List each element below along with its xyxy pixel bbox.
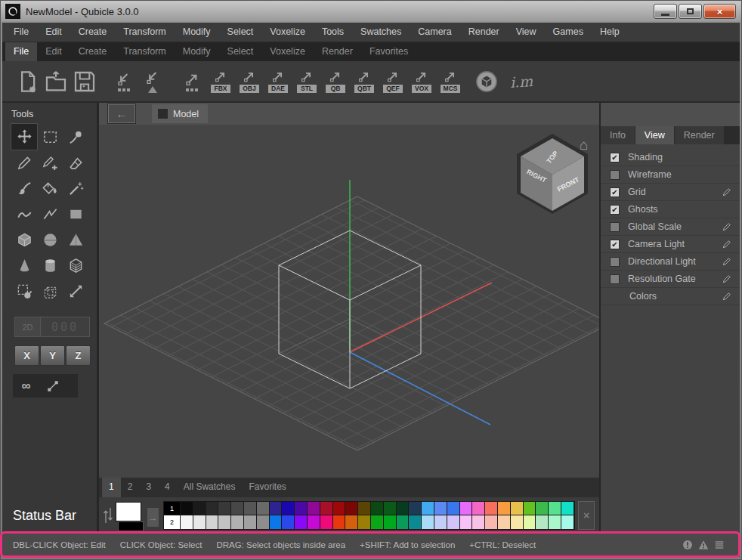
menu-select[interactable]: Select (219, 23, 262, 42)
ribbon-tab-render[interactable]: Render (314, 42, 361, 61)
swatch-cell[interactable] (218, 515, 231, 529)
export-stl-button[interactable]: STL (292, 65, 321, 98)
home-view-icon[interactable]: ⌂ (580, 137, 588, 153)
swatch-cell[interactable] (384, 515, 397, 529)
menu-games[interactable]: Games (545, 23, 592, 42)
checkbox-global-scale[interactable] (610, 222, 620, 232)
edit-pencil-icon[interactable] (722, 221, 732, 232)
swatch-cell[interactable] (218, 502, 231, 515)
swatch-cell[interactable] (181, 502, 193, 515)
open-button[interactable] (42, 65, 70, 98)
ribbon-tab-select[interactable]: Select (219, 42, 262, 61)
tool-color-picker[interactable] (63, 124, 88, 150)
swatch-cell[interactable] (485, 515, 498, 529)
ribbon-tab-create[interactable]: Create (70, 42, 116, 61)
swatch-cell[interactable] (498, 515, 511, 529)
menu-modify[interactable]: Modify (175, 23, 219, 42)
menu-camera[interactable]: Camera (410, 23, 459, 42)
swatch-tab-favorites[interactable]: Favorites (242, 478, 292, 497)
export-qef-button[interactable]: QEF (379, 65, 407, 98)
swatch-cell[interactable] (561, 515, 574, 529)
import-mesh-button[interactable] (138, 65, 167, 98)
remove-swatch-button[interactable]: × (578, 501, 595, 530)
swatch-cell[interactable] (384, 502, 397, 515)
swatch-cell[interactable] (422, 515, 434, 529)
tool-wire-box[interactable] (37, 278, 63, 304)
swatch-cell[interactable] (524, 515, 536, 529)
checkbox-shading[interactable]: ✔ (610, 153, 620, 162)
swatch-cell[interactable] (422, 502, 434, 515)
swatch-cell[interactable] (193, 502, 206, 515)
swatch-cell[interactable] (231, 502, 244, 515)
swatch-cell[interactable] (536, 515, 549, 529)
swatch-cell[interactable] (333, 502, 346, 515)
swatch-cell[interactable] (320, 515, 333, 529)
tool-paint-selection[interactable] (11, 278, 37, 304)
menu-help[interactable]: Help (592, 23, 628, 42)
swatch-cell[interactable] (231, 515, 244, 529)
tool-eraser[interactable] (63, 150, 88, 175)
swatch-cell[interactable] (460, 515, 473, 529)
edit-pencil-icon[interactable] (722, 239, 732, 249)
menu-render[interactable]: Render (460, 23, 508, 42)
tool-extrude[interactable] (63, 252, 88, 278)
ribbon-tab-favorites[interactable]: Favorites (361, 42, 416, 61)
swatch-cell[interactable] (434, 515, 447, 529)
swatch-cell[interactable] (371, 515, 384, 529)
axis-z-button[interactable]: Z (66, 345, 91, 366)
errors-icon[interactable] (682, 540, 693, 550)
tab-render[interactable]: Render (675, 126, 724, 144)
swatch-cell[interactable] (333, 515, 346, 529)
swatch-cell[interactable] (257, 515, 270, 529)
ribbon-tab-file[interactable]: File (5, 42, 37, 61)
swatch-tab-2[interactable]: 2 (121, 478, 140, 497)
swatch-cell[interactable] (244, 502, 257, 515)
swatch-cell[interactable] (524, 502, 536, 515)
swatch-cell[interactable] (409, 515, 422, 529)
ribbon-tab-modify[interactable]: Modify (175, 42, 219, 61)
export-qbt-button[interactable]: QBT (350, 65, 379, 98)
maximize-button[interactable] (679, 4, 702, 19)
swatch-cell[interactable] (561, 502, 574, 515)
menu-file[interactable]: File (5, 23, 37, 42)
swatch-cell[interactable] (447, 502, 460, 515)
swatch-cell[interactable] (345, 515, 358, 529)
swatch-cell[interactable] (549, 515, 561, 529)
export-dae-button[interactable]: DAE (264, 65, 292, 98)
sketchfab-upload-button[interactable] (472, 65, 501, 98)
tool-pyramid[interactable] (63, 227, 88, 252)
swatch-cell[interactable] (295, 515, 308, 529)
tab-view[interactable]: View (635, 126, 674, 144)
swatch-cell[interactable] (193, 515, 206, 529)
swatch-cell[interactable] (485, 502, 498, 515)
menu-swatches[interactable]: Swatches (352, 23, 410, 42)
swatch-tab-1[interactable]: 1 (102, 478, 121, 497)
tool-magic-wand[interactable] (63, 175, 88, 201)
swatch-cell[interactable] (270, 502, 283, 515)
swatch-cell[interactable] (206, 502, 219, 515)
swatch-tab-all-swatches[interactable]: All Swatches (177, 478, 243, 497)
swatch-cell[interactable] (358, 515, 371, 529)
axis-x-button[interactable]: X (14, 345, 39, 366)
tool-pencil-add[interactable] (37, 150, 63, 175)
back-button[interactable]: ← (108, 104, 135, 123)
log-icon[interactable] (714, 540, 725, 550)
edit-pencil-icon[interactable] (722, 256, 732, 267)
menu-view[interactable]: View (508, 23, 545, 42)
checkbox-resolution-gate[interactable] (610, 274, 620, 284)
tool-fill-bucket[interactable] (37, 175, 63, 201)
secondary-color-swatch[interactable] (118, 521, 144, 531)
swatch-cell[interactable] (371, 502, 384, 515)
save-button[interactable] (70, 65, 99, 98)
viewport-canvas[interactable]: TOP RIGHT FRONT ⌂ (99, 125, 599, 478)
axis-y-button[interactable]: Y (40, 345, 65, 366)
imaterialise-button[interactable]: i.m (509, 72, 533, 90)
swatch-cell[interactable] (434, 502, 447, 515)
tool-cone[interactable] (11, 252, 37, 278)
export-button[interactable] (178, 65, 206, 98)
checkbox-camera-light[interactable]: ✔ (610, 240, 620, 249)
checkbox-grid[interactable]: ✔ (610, 187, 620, 197)
tool-sphere[interactable] (37, 227, 63, 252)
swatch-tab-3[interactable]: 3 (139, 478, 158, 497)
ribbon-tab-edit[interactable]: Edit (37, 42, 70, 61)
